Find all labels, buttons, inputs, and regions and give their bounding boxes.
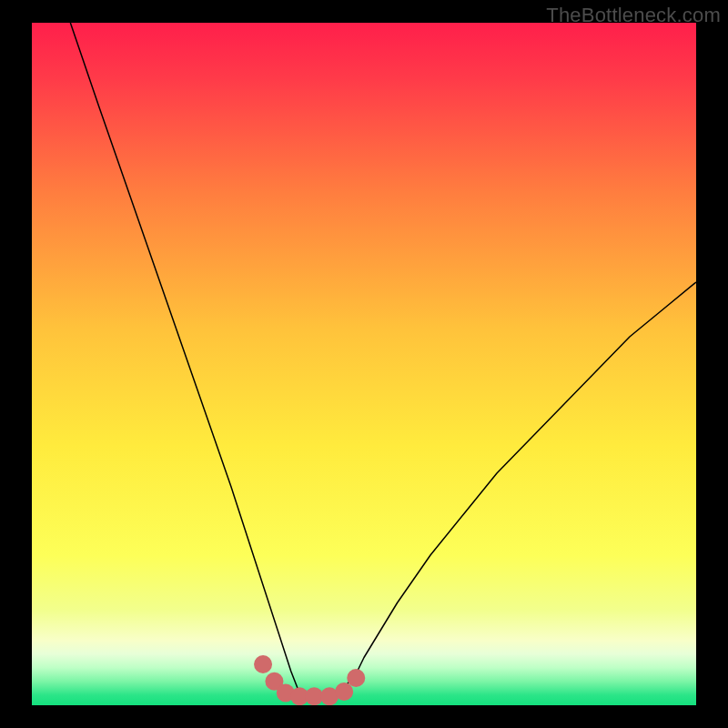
bottom-dot [254,655,272,673]
chart-svg [32,23,696,705]
plot-area [32,23,696,705]
bottom-dot [347,669,365,687]
chart-frame: TheBottleneck.com [0,0,728,728]
bottom-dot [335,682,353,701]
watermark-text: TheBottleneck.com [546,4,721,27]
chart-background [32,23,696,705]
